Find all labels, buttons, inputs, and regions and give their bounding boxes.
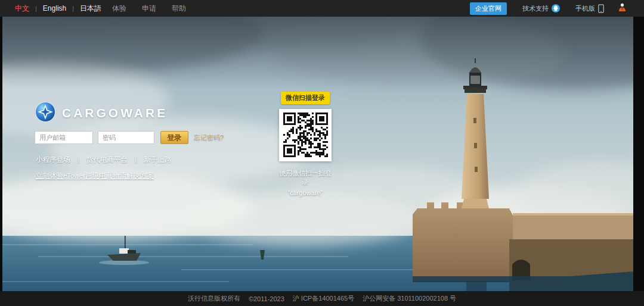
menu-item-trial[interactable]: 体验 xyxy=(112,4,126,14)
forgot-password-link[interactable]: 忘记密码? xyxy=(194,133,224,142)
link-freight-ecommerce-platform[interactable]: 货代电商平台 xyxy=(86,156,128,163)
brand-name: CARGOWARE xyxy=(62,106,168,120)
icp-license: 沪 ICP备14001465号 xyxy=(293,294,354,303)
menu-item-apply[interactable]: 申请 xyxy=(142,4,156,14)
separator: | xyxy=(72,5,74,12)
wechat-login-panel: 微信扫描登录 使用微信扫一扫登录 "cargoware" xyxy=(277,92,334,196)
language-chinese[interactable]: 中文 xyxy=(15,4,29,14)
password-field[interactable] xyxy=(98,131,154,144)
public-security-license: 沪公网安备 31011002002108 号 xyxy=(363,294,456,303)
separator: | xyxy=(135,156,137,163)
qr-code xyxy=(279,109,332,161)
wechat-hint-line1: 使用微信扫一扫登录 xyxy=(277,169,334,187)
footer: 沃行信息版权所有 ©2011-2023 沪 ICP备14001465号 沪公网安… xyxy=(0,291,644,306)
user-icon xyxy=(618,3,626,14)
link-beginner-guide[interactable]: 新手上路 xyxy=(144,156,171,163)
brand-logo: CARGOWARE xyxy=(35,101,168,125)
cargoware-logo-icon xyxy=(35,101,56,125)
wechat-scan-badge[interactable]: 微信扫描登录 xyxy=(281,92,330,104)
phone-icon xyxy=(598,4,604,13)
email-field[interactable] xyxy=(35,131,93,144)
login-page: 中文 | English | 日本語 体验 申请 帮助 企业官网 技术支持 手机… xyxy=(0,0,644,306)
copyright-years: ©2011-2023 xyxy=(249,295,284,302)
mobile-version-link[interactable]: 手机版 xyxy=(575,4,604,13)
tech-support-label: 技术支持 xyxy=(522,4,549,13)
separator: | xyxy=(35,5,37,12)
login-button[interactable]: 登录 xyxy=(160,131,188,144)
copyright-owner: 沃行信息版权所有 xyxy=(188,294,240,303)
background-photo: CARGOWARE 登录 忘记密码? 小程序登场 | 货代电商平台 | 新手上路… xyxy=(2,17,633,291)
mobile-version-label: 手机版 xyxy=(575,4,595,13)
topbar: 中文 | English | 日本語 体验 申请 帮助 企业官网 技术支持 手机… xyxy=(0,0,644,17)
separator: | xyxy=(78,156,79,163)
corporate-site-button[interactable]: 企业官网 xyxy=(470,2,507,15)
user-account-button[interactable] xyxy=(618,3,626,14)
nav-left: 中文 | English | 日本語 体验 申请 帮助 xyxy=(0,4,186,14)
wechat-hint-line2: "cargoware" xyxy=(277,189,334,196)
language-english[interactable]: English xyxy=(43,4,66,13)
quick-links: 小程序登场 | 货代电商平台 | 新手上路 xyxy=(36,155,171,164)
etower-promo-link[interactable]: 立刻体验eTower跨境电商物流解决方案 xyxy=(36,171,154,180)
menu-item-help[interactable]: 帮助 xyxy=(172,4,186,14)
qq-icon xyxy=(552,4,560,13)
nav-right: 企业官网 技术支持 手机版 xyxy=(470,2,644,15)
tech-support-link[interactable]: 技术支持 xyxy=(522,4,560,13)
login-form: 登录 忘记密码? xyxy=(35,131,224,144)
link-mini-program[interactable]: 小程序登场 xyxy=(36,156,70,163)
language-japanese[interactable]: 日本語 xyxy=(80,4,101,14)
